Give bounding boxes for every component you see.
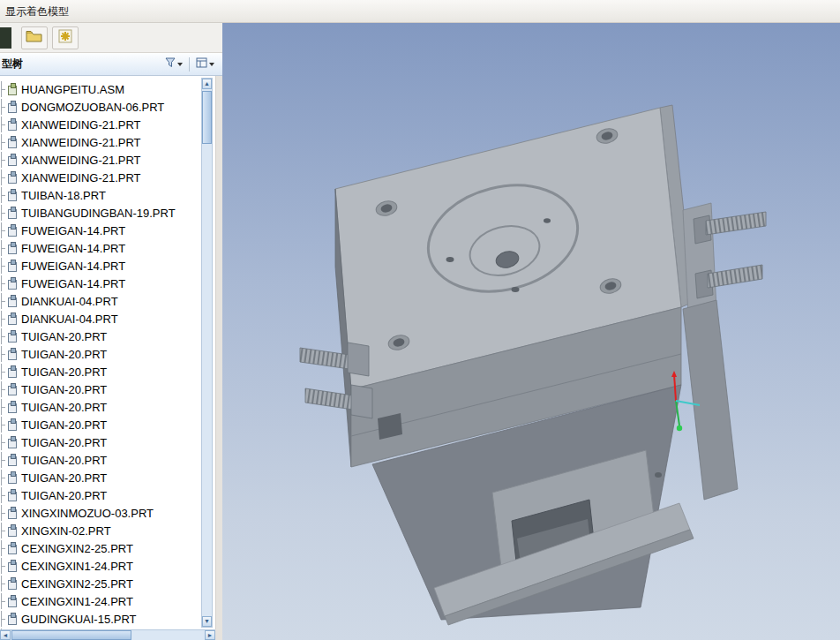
part-icon	[7, 277, 19, 290]
tree-item-label: CEXINGXIN2-25.PRT	[21, 577, 133, 591]
tree-item-label: GUDINGKUAI-15.PRT	[21, 613, 137, 626]
layout-icon	[196, 57, 207, 71]
tree-item[interactable]: TUIGAN-20.PRT	[0, 469, 215, 486]
tree-item[interactable]: TUIGAN-20.PRT	[0, 380, 215, 398]
scroll-down-button[interactable]: ▼	[202, 616, 212, 627]
tree-item-label: FUWEIGAN-14.PRT	[21, 277, 125, 290]
tree-item[interactable]: CEXINGXIN2-25.PRT	[0, 575, 215, 592]
part-icon	[7, 383, 19, 395]
scroll-right-button[interactable]: ►	[205, 630, 215, 640]
tree-item-label: FUWEIGAN-14.PRT	[21, 242, 125, 255]
panel-edge-icon	[0, 27, 11, 49]
tree-item[interactable]: GUDINGKUAI-15.PRT	[0, 610, 215, 628]
tree-item[interactable]: DONGMOZUOBAN-06.PRT	[0, 98, 215, 116]
tree-item[interactable]: CEXINGXIN2-25.PRT	[0, 539, 215, 557]
part-icon	[7, 454, 19, 466]
chevron-down-icon	[177, 63, 183, 66]
tree-item[interactable]: TUIBAN-18.PRT	[0, 186, 215, 204]
tree-item-label: CEXINGXIN2-25.PRT	[21, 542, 133, 555]
tree-item[interactable]: TUIBANGUDINGBAN-19.PRT	[0, 204, 215, 222]
part-icon	[7, 348, 19, 360]
tree-item-label: TUIGAN-20.PRT	[21, 454, 107, 467]
model-tree-title: 型树	[2, 56, 23, 72]
tree-item[interactable]: FUWEIGAN-14.PRT	[0, 222, 215, 239]
scroll-up-button[interactable]: ▲	[202, 79, 212, 89]
navigator-panel: 型树	[0, 23, 222, 640]
graphics-viewport[interactable]	[222, 23, 840, 640]
favorites-button[interactable]	[52, 26, 79, 49]
part-icon	[7, 136, 19, 148]
tree-item-label: FUWEIGAN-14.PRT	[21, 224, 125, 237]
tree-item-label: XINGXIN-02.PRT	[21, 524, 111, 538]
part-icon	[7, 171, 19, 184]
tree-item[interactable]: XIANWEIDING-21.PRT	[0, 133, 215, 151]
tree-item[interactable]: TUIGAN-20.PRT	[0, 398, 215, 416]
tree-item[interactable]: TUIGAN-20.PRT	[0, 363, 215, 380]
tree-item[interactable]: FUWEIGAN-14.PRT	[0, 257, 215, 275]
tree-connector	[1, 470, 7, 486]
vertical-scroll-thumb[interactable]	[202, 91, 212, 144]
tree-item[interactable]: TUIGAN-20.PRT	[0, 416, 215, 433]
tree-item-label: DIANKUAI-04.PRT	[21, 295, 118, 308]
tree-item[interactable]: DIANKUAI-04.PRT	[0, 310, 215, 328]
part-icon	[7, 224, 19, 237]
part-icon	[7, 154, 19, 166]
tree-list: HUANGPEITU.ASMDONGMOZUOBAN-06.PRTXIANWEI…	[0, 76, 215, 629]
tree-item-label: DONGMOZUOBAN-06.PRT	[21, 101, 164, 114]
tree-connector	[1, 417, 7, 433]
window-title-bar: 显示着色模型	[0, 0, 840, 23]
tree-item[interactable]: TUIGAN-20.PRT	[0, 328, 215, 345]
tree-item[interactable]: XIANWEIDING-21.PRT	[0, 151, 215, 169]
tree-item-label: TUIGAN-20.PRT	[21, 436, 107, 449]
tree-item-label: XIANWEIDING-21.PRT	[21, 154, 141, 167]
tree-item[interactable]: TUIGAN-20.PRT	[0, 486, 215, 504]
tree-item[interactable]: TUIGAN-20.PRT	[0, 345, 215, 363]
tree-connector	[1, 593, 7, 609]
part-icon	[7, 118, 19, 131]
horizontal-scroll-thumb[interactable]	[11, 630, 131, 640]
tree-item[interactable]: XIANWEIDING-21.PRT	[0, 116, 215, 133]
open-folder-button[interactable]	[21, 26, 48, 49]
tree-filter-button[interactable]	[162, 56, 185, 72]
tree-item[interactable]: XINGXIN-02.PRT	[0, 522, 215, 539]
navigator-toolbar	[0, 23, 222, 53]
tree-item-label: TUIGAN-20.PRT	[21, 489, 107, 502]
tree-connector	[1, 293, 7, 309]
tree-item[interactable]: CEXINGXIN1-24.PRT	[0, 592, 215, 610]
tree-item-label: TUIBAN-18.PRT	[21, 189, 106, 202]
tree-item[interactable]: FUWEIGAN-14.PRT	[0, 275, 215, 292]
tree-item[interactable]: DIANKUAI-04.PRT	[0, 292, 215, 310]
tree-vertical-scrollbar[interactable]: ▲ ▼	[201, 78, 213, 628]
part-icon	[7, 101, 19, 113]
tree-item[interactable]: HUANGPEITU.ASM	[0, 80, 215, 98]
tree-connector	[1, 558, 7, 574]
model-tree-header: 型树	[0, 53, 222, 76]
scroll-left-button[interactable]: ◄	[0, 630, 11, 640]
tree-item[interactable]: XIANWEIDING-21.PRT	[0, 169, 215, 186]
tree-item-label: TUIGAN-20.PRT	[21, 401, 107, 414]
tree-connector	[1, 328, 7, 344]
part-icon	[7, 260, 19, 272]
tree-item[interactable]: TUIGAN-20.PRT	[0, 451, 215, 469]
tree-item-label: TUIGAN-20.PRT	[21, 330, 107, 343]
tree-item[interactable]: XINGXINMOZUO-03.PRT	[0, 504, 215, 522]
tree-connector	[1, 99, 7, 115]
tree-connector	[1, 222, 7, 238]
tree-item-label: TUIGAN-20.PRT	[21, 365, 107, 379]
tree-item[interactable]: CEXINGXIN1-24.PRT	[0, 557, 215, 575]
tree-connector	[1, 187, 7, 203]
chevron-down-icon	[209, 63, 214, 66]
tree-connector	[1, 381, 7, 397]
tree-item[interactable]: FUWEIGAN-14.PRT	[0, 239, 215, 257]
tree-settings-button[interactable]	[193, 56, 217, 72]
tree-item-label: CEXINGXIN1-24.PRT	[21, 595, 133, 608]
tree-item[interactable]: TUIGAN-20.PRT	[0, 433, 215, 451]
tree-connector	[1, 258, 7, 274]
part-icon	[7, 418, 19, 431]
tree-item-label: FUWEIGAN-14.PRT	[21, 260, 125, 273]
part-icon	[7, 595, 19, 607]
assembly-icon	[7, 83, 19, 95]
tree-horizontal-scrollbar[interactable]: ◄ ►	[0, 629, 215, 640]
tree-connector	[1, 169, 7, 185]
part-icon	[7, 295, 19, 307]
